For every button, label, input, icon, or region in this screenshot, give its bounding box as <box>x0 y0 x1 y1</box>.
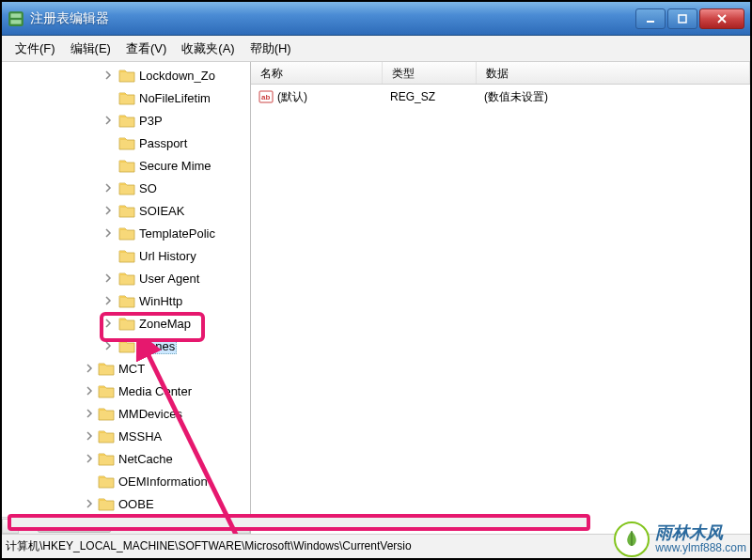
list-pane: 名称 类型 数据 ab (默认) REG_SZ (数值未设置) <box>251 62 750 534</box>
tree-pane: Lockdown_ZoNoFileLifetimP3PPassportSecur… <box>2 62 251 534</box>
tree-item-label: MSSHA <box>118 429 162 443</box>
expand-toggle[interactable] <box>83 452 96 465</box>
value-data: (数值未设置) <box>484 89 548 105</box>
svg-rect-4 <box>679 15 686 23</box>
expand-toggle[interactable] <box>83 497 96 510</box>
tree-item-label: SOIEAK <box>139 204 184 218</box>
tree-item-zones[interactable]: Zones <box>2 334 250 357</box>
tree-item-mct[interactable]: MCT <box>2 357 250 380</box>
svg-rect-3 <box>647 21 654 23</box>
column-data[interactable]: 数据 <box>477 62 750 84</box>
menu-file[interactable]: 文件(F) <box>8 39 63 59</box>
status-path: 计算机\HKEY_LOCAL_MACHINE\SOFTWARE\Microsof… <box>6 538 412 554</box>
minimize-button[interactable] <box>635 8 666 29</box>
svg-text:ab: ab <box>261 93 270 101</box>
tree-item-soieak[interactable]: SOIEAK <box>2 199 250 222</box>
column-name[interactable]: 名称 <box>251 62 383 84</box>
expand-toggle[interactable] <box>102 272 115 285</box>
tree-item-oobe[interactable]: OOBE <box>2 492 250 515</box>
tree-item-label: NetCache <box>118 452 173 466</box>
tree-item-label: Url History <box>139 249 196 263</box>
expand-toggle[interactable] <box>83 429 96 443</box>
expand-toggle[interactable] <box>83 407 96 420</box>
tree-item-label: Passport <box>139 136 187 150</box>
watermark: 雨林木风 www.ylmf888.com <box>614 521 746 557</box>
tree-item-winhttp[interactable]: WinHttp <box>2 289 250 312</box>
menu-help[interactable]: 帮助(H) <box>243 39 299 59</box>
tree-item-lockdown-zo[interactable]: Lockdown_Zo <box>2 64 250 86</box>
close-button[interactable] <box>699 8 744 29</box>
window-controls <box>635 8 744 29</box>
tree-item-label: MCT <box>118 362 145 376</box>
tree-item-mmdevices[interactable]: MMDevices <box>2 402 250 425</box>
tree-item-user-agent[interactable]: User Agent <box>2 267 250 289</box>
tree-item-nofilelifetim[interactable]: NoFileLifetim <box>2 86 250 109</box>
menu-edit[interactable]: 编辑(E) <box>63 39 118 59</box>
tree-list[interactable]: Lockdown_ZoNoFileLifetimP3PPassportSecur… <box>2 62 250 534</box>
watermark-url: www.ylmf888.com <box>655 542 746 554</box>
tree-item-label: OEMInformation <box>118 474 208 489</box>
expand-toggle[interactable] <box>102 69 115 82</box>
tree-item-label: ZoneMap <box>139 317 191 331</box>
watermark-name: 雨林木风 <box>655 524 746 543</box>
tree-item-label: Secure Mime <box>139 159 212 173</box>
tree-item-url-history[interactable]: Url History <box>2 244 250 267</box>
expand-toggle[interactable] <box>102 294 115 307</box>
maximize-button[interactable] <box>667 8 697 29</box>
tree-item-label: Media Center <box>118 384 192 398</box>
svg-rect-2 <box>10 20 21 24</box>
watermark-logo <box>614 521 650 557</box>
tree-item-passport[interactable]: Passport <box>2 132 250 154</box>
highlight-statusbar <box>8 514 590 531</box>
value-name: (默认) <box>277 89 307 105</box>
svg-rect-1 <box>10 13 21 18</box>
tree-item-secure-mime[interactable]: Secure Mime <box>2 154 250 177</box>
expand-toggle[interactable] <box>102 204 115 217</box>
window-title: 注册表编辑器 <box>30 10 635 27</box>
tree-item-media-center[interactable]: Media Center <box>2 380 250 402</box>
menu-favorites[interactable]: 收藏夹(A) <box>174 39 242 59</box>
tree-item-mssha[interactable]: MSSHA <box>2 425 250 447</box>
tree-item-label: P3P <box>139 114 163 128</box>
tree-item-so[interactable]: SO <box>2 177 250 199</box>
tree-item-label: User Agent <box>139 272 199 286</box>
tree-item-templatepolic[interactable]: TemplatePolic <box>2 222 250 244</box>
tree-item-label: Zones <box>139 338 177 354</box>
titlebar: 注册表编辑器 <box>2 2 750 36</box>
expand-toggle[interactable] <box>102 114 115 127</box>
list-row[interactable]: ab (默认) REG_SZ (数值未设置) <box>253 86 748 107</box>
tree-item-label: MMDevices <box>118 407 182 421</box>
expand-toggle[interactable] <box>102 317 115 330</box>
menubar: 文件(F) 编辑(E) 查看(V) 收藏夹(A) 帮助(H) <box>2 36 750 62</box>
app-icon <box>8 10 24 27</box>
tree-item-p3p[interactable]: P3P <box>2 109 250 132</box>
expand-toggle[interactable] <box>102 181 115 194</box>
column-type[interactable]: 类型 <box>383 62 477 84</box>
tree-item-label: NoFileLifetim <box>139 91 211 105</box>
tree-item-label: WinHttp <box>139 294 182 308</box>
value-type: REG_SZ <box>390 90 435 103</box>
tree-item-label: OOBE <box>118 497 154 511</box>
tree-item-zonemap[interactable]: ZoneMap <box>2 312 250 334</box>
expand-toggle[interactable] <box>83 384 96 397</box>
expand-toggle[interactable] <box>102 226 115 240</box>
tree-item-netcache[interactable]: NetCache <box>2 447 250 470</box>
list-body[interactable]: ab (默认) REG_SZ (数值未设置) <box>251 85 750 109</box>
tree-item-label: Lockdown_Zo <box>139 69 215 83</box>
tree-item-label: TemplatePolic <box>139 226 215 241</box>
tree-item-oeminformation[interactable]: OEMInformation <box>2 470 250 492</box>
tree-item-label: SO <box>139 181 157 195</box>
content-area: Lockdown_ZoNoFileLifetimP3PPassportSecur… <box>2 62 750 534</box>
string-value-icon: ab <box>258 89 274 104</box>
list-header: 名称 类型 数据 <box>251 62 750 85</box>
expand-toggle[interactable] <box>102 339 115 352</box>
menu-view[interactable]: 查看(V) <box>118 39 174 59</box>
expand-toggle[interactable] <box>83 362 96 375</box>
